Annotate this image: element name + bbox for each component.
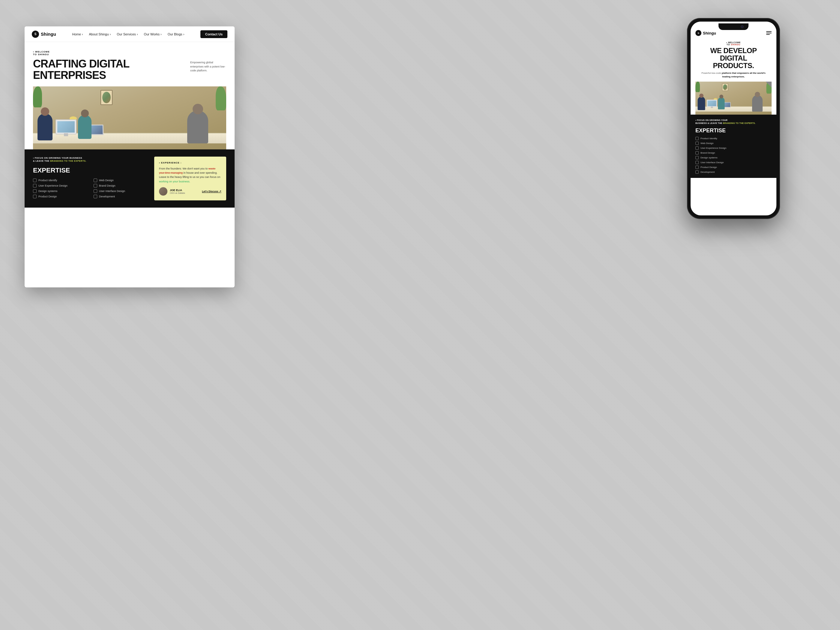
- mobile-title-line1: WE DEVELOP: [710, 46, 756, 55]
- discuss-link[interactable]: Let's Discuss ↗: [202, 190, 221, 193]
- welcome-line2: TO SHINGU: [33, 53, 226, 56]
- experience-author: JOE ELIA CEO at Zallabs Let's Discuss ↗: [159, 187, 221, 196]
- mobile-exp-icon-8: [695, 171, 699, 174]
- hamburger-menu[interactable]: [766, 31, 772, 35]
- mobile-exp-item-3: User Experience Design: [695, 147, 772, 150]
- hero-title: CRAFTING DIGITAL ENTERPRISES: [33, 58, 185, 81]
- author-info: JOE ELIA CEO at Zallabs: [170, 189, 185, 194]
- expertise-icon-5: [93, 178, 97, 182]
- mobile-office-photo: [695, 82, 772, 115]
- expertise-label-7: User Interface Design: [99, 189, 125, 193]
- hamburger-line-2: [766, 33, 772, 33]
- mobile-screen: S Shingu • WELCOME TO SHINGU WE DEVELOP …: [691, 22, 777, 215]
- logo-text: Shingu: [41, 32, 56, 36]
- person-1: [38, 114, 52, 141]
- desktop-logo[interactable]: S Shingu: [32, 31, 56, 38]
- contact-button[interactable]: Contact Us: [201, 30, 227, 38]
- expertise-icon-1: [33, 178, 36, 182]
- mobile-logo-text: Shingu: [703, 31, 716, 35]
- hero-content: CRAFTING DIGITAL ENTERPRISES Empowering …: [33, 58, 226, 81]
- nav-works[interactable]: Our Works ›: [144, 32, 162, 36]
- mobile-exp-icon-1: [695, 137, 699, 140]
- focus-highlight: BRANDING TO THE EXPERTS.: [50, 159, 87, 162]
- expertise-icon-4: [33, 195, 36, 198]
- nav-about[interactable]: About Shingu ›: [89, 32, 111, 36]
- expertise-icon-3: [33, 189, 36, 193]
- hero-title-line1: CRAFTING DIGITAL: [33, 58, 129, 70]
- expertise-icon-7: [93, 189, 97, 193]
- mobile-logo-icon: S: [695, 30, 701, 36]
- mobile-title-line3: PRODUCTS.: [713, 62, 754, 69]
- expertise-item-7: User Interface Design: [93, 189, 148, 193]
- office-photo: [33, 87, 226, 149]
- mobile-exp-label-5: Design systems: [701, 156, 717, 159]
- mobile-exp-label-2: Web Design: [701, 142, 714, 145]
- nav-home[interactable]: Home ›: [72, 32, 83, 36]
- mobile-focus-highlight: BRANDING TO THE EXPERTS.: [723, 122, 756, 124]
- nav-links: Home › About Shingu › Our Services › Our…: [72, 32, 184, 36]
- focus-line1: • FOCUS ON GROWING YOUR BUSINESS: [33, 156, 148, 160]
- focus-line2: & LEAVE THE: [33, 159, 50, 162]
- mobile-hero-subtitle: Powerful low-code platform that empowers…: [695, 71, 772, 79]
- focus-label: • FOCUS ON GROWING YOUR BUSINESS & LEAVE…: [33, 156, 148, 163]
- desktop-bottom-section: • FOCUS ON GROWING YOUR BUSINESS & LEAVE…: [25, 149, 235, 208]
- desktop-navbar: S Shingu Home › About Shingu › Our Servi…: [25, 27, 235, 42]
- mobile-logo[interactable]: S Shingu: [695, 30, 716, 36]
- welcome-label: • WELCOME TO SHINGU: [33, 51, 226, 56]
- mobile-exp-label-7: Product Design: [701, 166, 717, 169]
- mobile-exp-icon-3: [695, 147, 699, 150]
- mobile-focus-label: • FOCUS ON GROWING YOUR BUSINESS & LEAVE…: [695, 119, 772, 125]
- experience-text: From the founders: We don't want you to …: [159, 166, 221, 184]
- mobile-exp-item-5: Design systems: [695, 156, 772, 159]
- expertise-item-3: Design systems: [33, 189, 88, 193]
- expertise-label-2: User Experience Design: [38, 184, 68, 187]
- exp-text-green: working on your business.: [159, 180, 190, 183]
- mobile-sub-bold: leading enterprises.: [722, 75, 745, 78]
- expertise-item-1: Product Identify: [33, 178, 88, 182]
- hero-subtitle: Empowering global enterprises with a pot…: [190, 61, 226, 73]
- mobile-hero: • WELCOME TO SHINGU WE DEVELOP DIGITAL P…: [691, 38, 777, 115]
- mobile-exp-label-8: Development: [701, 171, 715, 174]
- hamburger-line-3: [766, 34, 770, 35]
- expertise-label-5: Web Design: [99, 179, 114, 182]
- expertise-item-5: Web Design: [93, 178, 148, 182]
- expertise-item-6: Brand Design: [93, 184, 148, 188]
- expertise-title: EXPERTISE: [33, 166, 148, 174]
- nav-services[interactable]: Our Services ›: [117, 32, 138, 36]
- author-title: CEO at Zallabs: [170, 192, 185, 194]
- mobile-expertise-list: Product Identify Web Design User Experie…: [695, 137, 772, 174]
- mobile-sub-mid: platform that empowers all the world's: [722, 72, 766, 74]
- expertise-label-1: Product Identify: [38, 179, 57, 182]
- expertise-label-6: Brand Design: [99, 184, 115, 187]
- mobile-hero-title: WE DEVELOP DIGITAL PRODUCTS.: [695, 47, 772, 69]
- monitor: [55, 119, 76, 134]
- logo-icon: S: [32, 31, 39, 38]
- author-name: JOE ELIA: [170, 189, 185, 192]
- mobile-exp-label-4: Brand Design: [701, 152, 715, 154]
- mobile-focus-line1: • FOCUS ON GROWING YOUR: [695, 119, 772, 122]
- mobile-shingu-label: SHINGU: [731, 44, 741, 46]
- mobile-exp-label-1: Product Identify: [701, 137, 717, 140]
- mobile-exp-item-7: Product Design: [695, 166, 772, 169]
- monitor-stand: [64, 133, 68, 136]
- mobile-exp-label-6: User Interface Design: [701, 161, 723, 164]
- mobile-exp-icon-7: [695, 166, 699, 169]
- expertise-label-4: Product Design: [38, 195, 57, 198]
- expertise-label-8: Development: [99, 195, 115, 198]
- expertise-icon-2: [33, 184, 36, 188]
- mobile-welcome-line2: TO: [726, 44, 731, 46]
- mobile-sub-pre: Powerful low-code: [701, 72, 722, 74]
- welcome-line1: • WELCOME: [33, 51, 226, 53]
- mobile-exp-item-4: Brand Design: [695, 151, 772, 155]
- expertise-item-4: Product Design: [33, 195, 88, 198]
- wall-art-decor: [101, 90, 112, 105]
- mobile-welcome: • WELCOME TO SHINGU: [695, 41, 772, 46]
- expertise-grid: Product Identify Web Design User Experie…: [33, 178, 148, 198]
- mobile-exp-item-2: Web Design: [695, 142, 772, 145]
- mobile-exp-icon-5: [695, 156, 699, 159]
- mobile-dark-section: • FOCUS ON GROWING YOUR BUSINESS & LEAVE…: [691, 115, 777, 178]
- mobile-exp-item-8: Development: [695, 171, 772, 174]
- mobile-exp-icon-4: [695, 151, 699, 155]
- expertise-item-8: Development: [93, 195, 148, 198]
- nav-blogs[interactable]: Our Blogs ›: [168, 32, 185, 36]
